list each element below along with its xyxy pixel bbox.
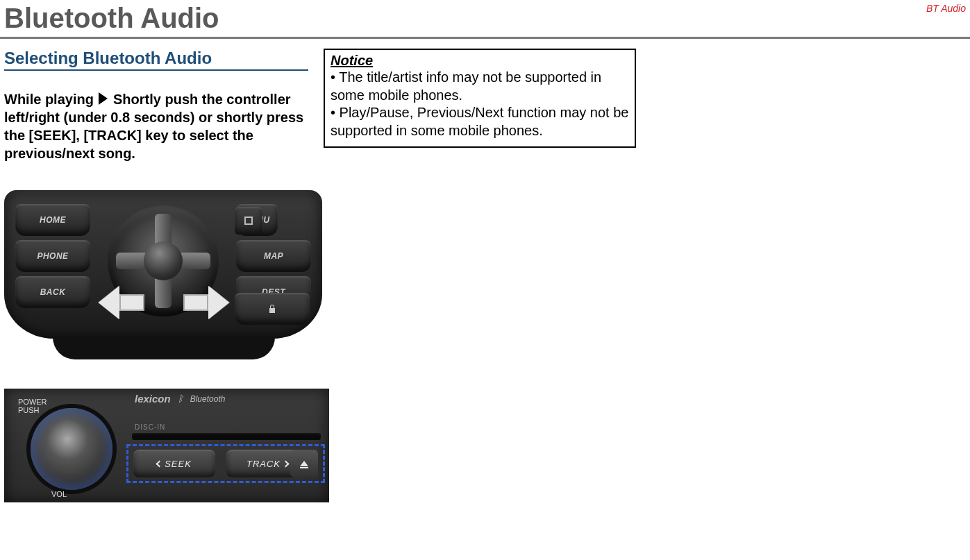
controller-home-button: HOME bbox=[15, 204, 90, 236]
header-category-tag: BT Audio bbox=[926, 3, 966, 14]
highlight-dashed-box bbox=[126, 444, 325, 483]
page-title: Bluetooth Audio bbox=[0, 0, 970, 34]
disc-slot bbox=[132, 433, 321, 440]
controller-lock-button bbox=[235, 293, 310, 325]
disc-in-label: DISC-IN bbox=[135, 423, 165, 431]
volume-knob bbox=[31, 408, 112, 490]
notice-title: Notice bbox=[331, 53, 629, 69]
brand-logo-text: lexicon bbox=[135, 393, 171, 405]
radio-face-illustration: POWER PUSH VOL lexicon ᛒ Bluetooth DISC-… bbox=[4, 389, 329, 502]
controller-back-button: BACK bbox=[15, 276, 90, 308]
volume-label: VOL bbox=[51, 490, 67, 498]
bluetooth-text: Bluetooth bbox=[190, 394, 226, 404]
instruction-text: While playing Shortly push the controlle… bbox=[4, 90, 308, 162]
notice-box: Notice • The title/artist info may not b… bbox=[324, 49, 636, 148]
play-icon bbox=[99, 92, 108, 105]
controller-map-button: MAP bbox=[236, 240, 311, 272]
controller-aux-button bbox=[235, 207, 262, 235]
controller-phone-button: PHONE bbox=[15, 240, 90, 272]
controller-pad-illustration: HOME PHONE BACK MENU MAP DEST bbox=[4, 190, 324, 359]
square-icon bbox=[244, 217, 253, 225]
notice-item: • The title/artist info may not be suppo… bbox=[331, 69, 629, 104]
instruction-pre: While playing bbox=[4, 92, 97, 107]
notice-item: • Play/Pause, Previous/Next function may… bbox=[331, 104, 629, 139]
bluetooth-icon: ᛒ bbox=[178, 393, 183, 404]
right-arrow-overlay-icon bbox=[183, 286, 229, 319]
power-label: POWER PUSH bbox=[18, 398, 47, 414]
left-arrow-overlay-icon bbox=[99, 286, 144, 319]
lock-icon bbox=[268, 304, 276, 314]
section-subtitle: Selecting Bluetooth Audio bbox=[4, 49, 308, 71]
